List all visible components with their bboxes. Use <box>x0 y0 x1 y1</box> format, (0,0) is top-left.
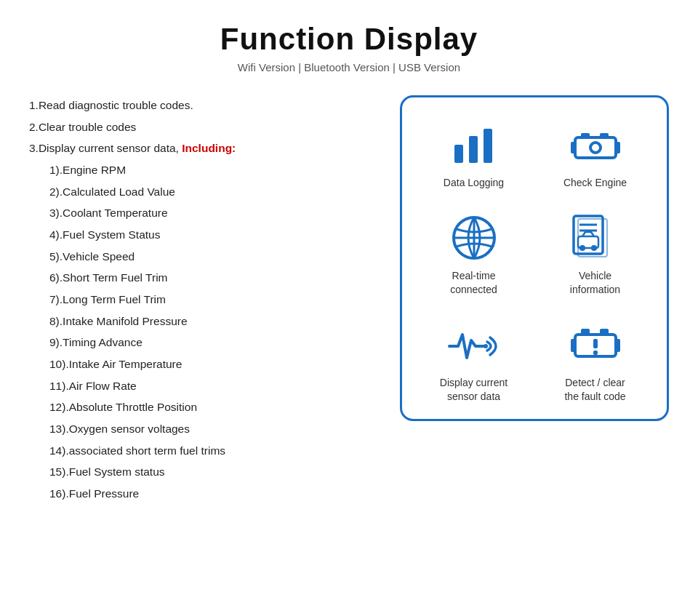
list-item: 16).Fuel Pressure <box>29 484 378 505</box>
data-logging-label: Data Logging <box>444 176 504 191</box>
icon-cell-vehicle-info: Vehicleinformation <box>538 212 652 297</box>
list-item: 10).Intake Air Temperature <box>29 354 378 375</box>
list-item: 1.Read diagnostic trouble codes. <box>29 95 378 116</box>
main-content: 1.Read diagnostic trouble codes.2.Clear … <box>29 95 669 505</box>
sensor-data-icon <box>445 319 503 370</box>
sensor-data-label: Display currentsensor data <box>440 376 508 404</box>
left-panel: 1.Read diagnostic trouble codes.2.Clear … <box>29 95 378 505</box>
svg-rect-2 <box>484 129 492 163</box>
realtime-icon <box>445 212 503 263</box>
svg-rect-25 <box>593 339 598 348</box>
svg-point-19 <box>484 344 488 348</box>
svg-rect-24 <box>614 339 620 352</box>
svg-point-17 <box>591 245 597 251</box>
list-item: 5).Vehicle Speed <box>29 247 378 268</box>
vehicle-info-label: Vehicleinformation <box>570 269 620 297</box>
svg-point-8 <box>590 143 601 153</box>
vehicle-info-icon <box>566 212 625 263</box>
list-item: 3).Coolant Temperature <box>29 203 378 224</box>
svg-rect-1 <box>469 136 478 163</box>
list-item: 13).Oxygen sensor voltages <box>29 419 378 440</box>
svg-rect-22 <box>600 329 609 336</box>
list-item: 8).Intake Manifold Pressure <box>29 311 378 332</box>
svg-rect-3 <box>575 137 616 158</box>
page-header: Function Display Wifi Version | Bluetoot… <box>29 22 669 73</box>
svg-rect-5 <box>600 133 609 139</box>
icon-cell-fault-code: Detect / clearthe fault code <box>538 319 652 404</box>
list-item: 15).Fuel System status <box>29 462 378 483</box>
list-item: 14).associated short term fuel trims <box>29 441 378 462</box>
fault-code-icon <box>566 319 625 370</box>
highlight-text: Including: <box>182 142 236 154</box>
check-engine-label: Check Engine <box>563 176 627 191</box>
icon-cell-check-engine: Check Engine <box>538 119 652 191</box>
svg-rect-6 <box>571 142 577 153</box>
list-item: 6).Short Term Fuel Trim <box>29 268 378 289</box>
data-logging-icon <box>445 119 503 170</box>
page-title: Function Display <box>29 22 669 57</box>
realtime-label: Real-timeconnected <box>450 269 497 297</box>
list-item: 11).Air Flow Rate <box>29 376 378 397</box>
right-panel: Data Logging Check Engine <box>400 95 669 421</box>
svg-rect-21 <box>581 329 590 336</box>
svg-rect-7 <box>614 142 620 153</box>
list-item: 2).Calculated Load Value <box>29 182 378 203</box>
icon-cell-data-logging: Data Logging <box>417 119 531 191</box>
list-item: 12).Absolute Throttle Position <box>29 397 378 418</box>
list-item: 3.Display current sensor data, Including… <box>29 138 378 159</box>
list-item: 1).Engine RPM <box>29 160 378 181</box>
svg-rect-23 <box>571 339 577 352</box>
check-engine-icon <box>566 119 625 170</box>
icon-cell-realtime: Real-timeconnected <box>417 212 531 297</box>
list-item: 4).Fuel System Status <box>29 225 378 246</box>
svg-rect-4 <box>581 133 590 139</box>
svg-point-16 <box>579 245 585 251</box>
list-item: 7).Long Term Fuel Trim <box>29 289 378 311</box>
list-item: 9).Timing Advance <box>29 332 378 353</box>
list-item: 2.Clear trouble codes <box>29 117 378 138</box>
icon-cell-sensor-data: Display currentsensor data <box>417 319 531 404</box>
page-subtitle: Wifi Version | Bluetooth Version | USB V… <box>29 61 669 73</box>
fault-code-label: Detect / clearthe fault code <box>564 376 625 404</box>
svg-rect-0 <box>454 145 463 163</box>
svg-rect-26 <box>593 351 598 355</box>
